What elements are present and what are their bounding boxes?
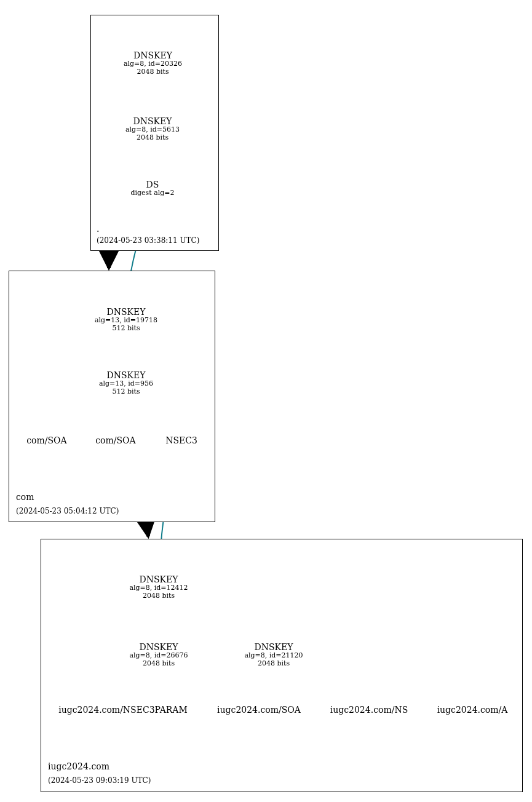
- zone-root-timestamp: (2024-05-23 03:38:11 UTC): [97, 236, 199, 245]
- node-title: DNSKEY: [113, 575, 204, 584]
- node-title: iugc2024.com/NS: [321, 705, 417, 715]
- node-sub: 2048 bits: [228, 660, 319, 668]
- iugc-a: iugc2024.com/A: [429, 705, 515, 715]
- root-ds: DS digest alg=2: [122, 180, 183, 197]
- node-sub: 2048 bits: [113, 660, 204, 668]
- node-sub: 2048 bits: [111, 134, 194, 142]
- node-title: com/SOA: [86, 436, 145, 445]
- node-sub: 512 bits: [81, 325, 171, 333]
- iugc-dnskey-26676: DNSKEY alg=8, id=26676 2048 bits: [113, 643, 204, 668]
- node-title: DNSKEY: [108, 51, 197, 60]
- node-sub: 512 bits: [86, 388, 166, 396]
- node-title: DNSKEY: [86, 371, 166, 380]
- node-title: DNSKEY: [113, 643, 204, 652]
- node-sub: digest alg=2: [122, 189, 183, 197]
- iugc-dnskey-12412: DNSKEY alg=8, id=12412 2048 bits: [113, 575, 204, 600]
- node-title: com/SOA: [17, 436, 76, 445]
- zone-root-name: .: [97, 224, 99, 234]
- com-soa-1: com/SOA: [17, 436, 76, 445]
- root-dnskey-20326: DNSKEY alg=8, id=20326 2048 bits: [108, 51, 197, 76]
- iugc-ns: iugc2024.com/NS: [321, 705, 417, 715]
- root-dnskey-5613: DNSKEY alg=8, id=5613 2048 bits: [111, 117, 194, 142]
- node-title: DNSKEY: [81, 308, 171, 317]
- com-nsec3: NSEC3: [159, 436, 204, 445]
- zone-iugc-name: iugc2024.com: [48, 761, 109, 771]
- zone-iugc-timestamp: (2024-05-23 09:03:19 UTC): [48, 776, 151, 785]
- node-title: DNSKEY: [111, 117, 194, 126]
- iugc-soa: iugc2024.com/SOA: [209, 705, 309, 715]
- node-sub: 2048 bits: [113, 592, 204, 600]
- iugc-nsec3param: iugc2024.com/NSEC3PARAM: [49, 705, 197, 715]
- node-title: NSEC3: [159, 436, 204, 445]
- node-title: DS: [122, 180, 183, 189]
- node-title: iugc2024.com/A: [429, 705, 515, 715]
- node-title: DNSKEY: [228, 643, 319, 652]
- com-dnskey-956: DNSKEY alg=13, id=956 512 bits: [86, 371, 166, 396]
- com-dnskey-19718: DNSKEY alg=13, id=19718 512 bits: [81, 308, 171, 333]
- iugc-dnskey-21120: DNSKEY alg=8, id=21120 2048 bits: [228, 643, 319, 668]
- node-sub: 2048 bits: [108, 68, 197, 76]
- com-soa-2: com/SOA: [86, 436, 145, 445]
- zone-com-timestamp: (2024-05-23 05:04:12 UTC): [16, 507, 119, 515]
- zone-com-name: com: [16, 492, 34, 502]
- node-title: iugc2024.com/NSEC3PARAM: [49, 705, 197, 715]
- node-title: iugc2024.com/SOA: [209, 705, 309, 715]
